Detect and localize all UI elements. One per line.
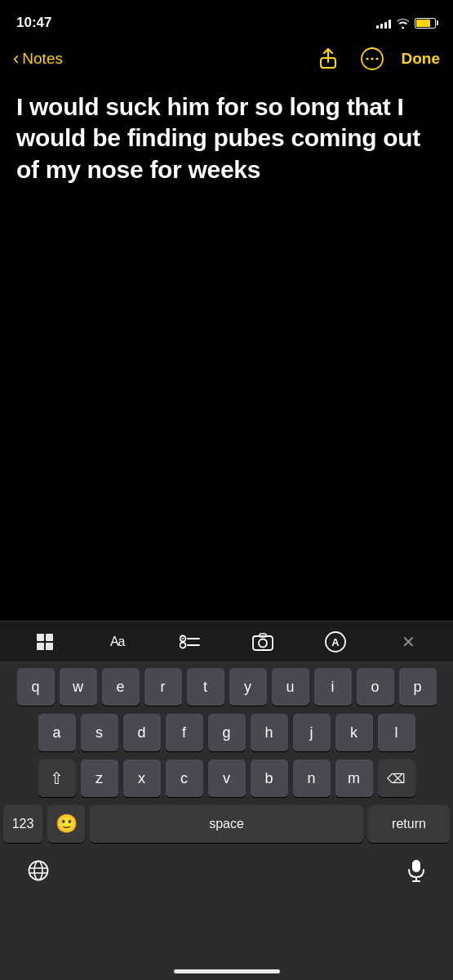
key-p[interactable]: p — [399, 668, 437, 706]
svg-point-19 — [29, 862, 48, 880]
svg-point-2 — [366, 57, 368, 60]
svg-rect-14 — [253, 636, 273, 650]
numbers-key[interactable]: 123 — [3, 805, 42, 843]
key-f[interactable]: f — [166, 714, 203, 751]
signal-icon — [376, 17, 391, 29]
keyboard: q w e r t y u i o p a s d f g h j k l ⇧ … — [0, 662, 453, 980]
nav-actions: Done — [313, 44, 441, 74]
svg-rect-7 — [37, 643, 44, 650]
home-indicator — [174, 969, 280, 973]
key-c[interactable]: c — [166, 760, 203, 797]
keyboard-row-2: a s d f g h j k l — [3, 714, 450, 751]
svg-point-3 — [371, 57, 373, 60]
camera-button[interactable] — [245, 624, 281, 660]
aa-label: Aa — [110, 635, 125, 649]
checklist-button[interactable] — [172, 624, 208, 660]
key-z[interactable]: z — [81, 760, 118, 797]
more-button[interactable] — [358, 44, 387, 74]
note-content[interactable]: I would suck him for so long that I woul… — [0, 82, 453, 202]
wifi-icon — [396, 18, 410, 29]
key-t[interactable]: t — [187, 668, 224, 706]
keyboard-toolbar: Aa A ✕ — [0, 621, 453, 662]
svg-point-15 — [259, 639, 267, 647]
key-r[interactable]: r — [144, 668, 182, 706]
svg-rect-6 — [46, 634, 53, 641]
key-q[interactable]: q — [17, 668, 55, 706]
status-bar: 10:47 ⚡ — [0, 0, 453, 39]
key-b[interactable]: b — [251, 760, 288, 797]
key-v[interactable]: v — [208, 760, 246, 797]
space-key[interactable]: space — [90, 805, 363, 843]
key-o[interactable]: o — [357, 668, 394, 706]
key-l[interactable]: l — [378, 714, 415, 751]
key-y[interactable]: y — [229, 668, 267, 706]
svg-rect-23 — [412, 860, 420, 872]
share-button[interactable] — [313, 44, 343, 74]
battery-icon: ⚡ — [415, 18, 436, 29]
key-j[interactable]: j — [293, 714, 331, 751]
svg-rect-8 — [46, 643, 53, 650]
key-d[interactable]: d — [123, 714, 161, 751]
key-u[interactable]: u — [272, 668, 309, 706]
key-n[interactable]: n — [293, 760, 331, 797]
close-icon: ✕ — [402, 632, 415, 652]
svg-point-20 — [34, 862, 42, 880]
key-s[interactable]: s — [81, 714, 118, 751]
grid-button[interactable] — [27, 624, 63, 660]
return-key[interactable]: return — [368, 805, 450, 843]
microphone-button[interactable] — [407, 859, 425, 887]
nav-bar: ‹ Notes Done — [0, 39, 453, 82]
keyboard-row-3: ⇧ z x c v b n m ⌫ — [3, 760, 450, 797]
key-e[interactable]: e — [102, 668, 140, 706]
key-a[interactable]: a — [38, 714, 76, 751]
key-k[interactable]: k — [335, 714, 373, 751]
globe-button[interactable] — [28, 860, 49, 886]
svg-rect-5 — [37, 634, 44, 641]
format-text-button[interactable]: Aa — [100, 624, 135, 660]
key-m[interactable]: m — [335, 760, 373, 797]
close-keyboard-button[interactable]: ✕ — [390, 624, 426, 660]
key-w[interactable]: w — [60, 668, 97, 706]
back-button[interactable]: ‹ Notes — [13, 50, 63, 68]
svg-rect-16 — [260, 634, 266, 637]
chevron-left-icon: ‹ — [13, 50, 19, 68]
keyboard-row-1: q w e r t y u i o p — [3, 668, 450, 706]
status-icons: ⚡ — [376, 17, 437, 29]
shift-key[interactable]: ⇧ — [38, 760, 76, 797]
done-button[interactable]: Done — [402, 50, 441, 68]
bottom-bar — [3, 851, 450, 893]
key-x[interactable]: x — [123, 760, 161, 797]
delete-key[interactable]: ⌫ — [378, 760, 415, 797]
svg-point-4 — [375, 57, 378, 60]
status-time: 10:47 — [16, 15, 51, 31]
key-h[interactable]: h — [251, 714, 288, 751]
keyboard-row-4: 123 🙂 space return — [3, 805, 450, 843]
note-text: I would suck him for so long that I woul… — [16, 91, 437, 185]
svg-point-10 — [180, 642, 185, 648]
key-g[interactable]: g — [208, 714, 246, 751]
emoji-key[interactable]: 🙂 — [47, 805, 85, 843]
markup-button[interactable]: A — [318, 624, 353, 660]
back-label: Notes — [22, 50, 63, 68]
key-i[interactable]: i — [314, 668, 352, 706]
svg-text:A: A — [332, 636, 340, 648]
